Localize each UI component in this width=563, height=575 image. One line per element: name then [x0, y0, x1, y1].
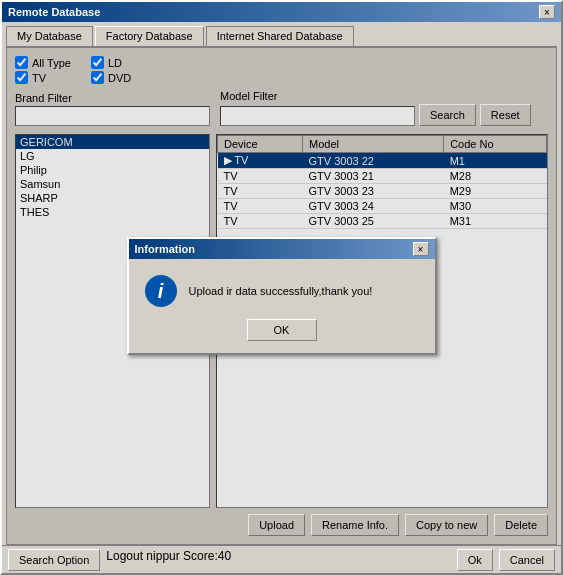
modal-title-bar: Information ×: [129, 239, 435, 259]
search-option-button[interactable]: Search Option: [8, 549, 100, 571]
window-close-button[interactable]: ×: [539, 5, 555, 19]
tab-my-database[interactable]: My Database: [6, 26, 93, 46]
modal-title: Information: [135, 243, 196, 255]
main-window: Remote Database × My Database Factory Da…: [0, 0, 563, 575]
status-bar-left: Search Option Logout nippur Score:40: [8, 549, 231, 571]
modal-body: i Upload ir data successfully,thank you!: [129, 259, 435, 319]
tab-bar: My Database Factory Database Internet Sh…: [2, 22, 561, 46]
tab-factory-database[interactable]: Factory Database: [95, 26, 204, 46]
status-bar-right: Ok Cancel: [457, 549, 555, 571]
modal-message: Upload ir data successfully,thank you!: [189, 285, 373, 297]
modal-ok-button[interactable]: OK: [247, 319, 317, 341]
information-dialog: Information × i Upload ir data successfu…: [127, 237, 437, 355]
tab-content: All Type TV LD DVD Bra: [6, 46, 557, 545]
info-icon: i: [145, 275, 177, 307]
title-bar: Remote Database ×: [2, 2, 561, 22]
window-title: Remote Database: [8, 6, 100, 18]
modal-close-button[interactable]: ×: [413, 242, 429, 256]
status-bar: Search Option Logout nippur Score:40 Ok …: [2, 545, 561, 573]
cancel-button[interactable]: Cancel: [499, 549, 555, 571]
tab-internet-shared[interactable]: Internet Shared Database: [206, 26, 354, 46]
logout-text: Logout nippur Score:40: [106, 549, 231, 571]
ok-button[interactable]: Ok: [457, 549, 493, 571]
modal-overlay: Information × i Upload ir data successfu…: [7, 48, 556, 544]
modal-footer: OK: [129, 319, 435, 353]
